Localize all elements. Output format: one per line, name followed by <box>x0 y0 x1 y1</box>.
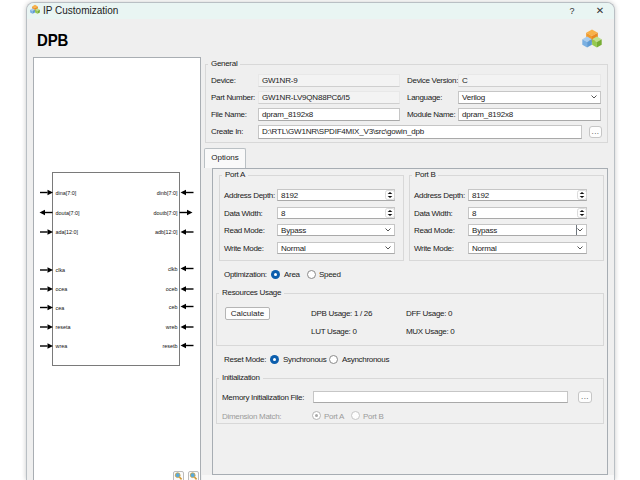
svg-text:clkb: clkb <box>168 266 178 272</box>
svg-text:dinb[7:0]: dinb[7:0] <box>157 190 178 196</box>
svg-text:ada[12:0]: ada[12:0] <box>56 229 79 235</box>
svg-text:douta[7:0]: douta[7:0] <box>56 210 80 216</box>
svg-text:clka: clka <box>56 267 66 273</box>
svg-text:resetb: resetb <box>163 343 178 349</box>
svg-text:adb[12:0]: adb[12:0] <box>155 229 178 235</box>
svg-text:oceb: oceb <box>166 286 178 292</box>
svg-text:wreb: wreb <box>165 324 178 330</box>
svg-text:cea: cea <box>56 305 65 311</box>
svg-text:reseta: reseta <box>56 324 71 330</box>
svg-text:wrea: wrea <box>55 343 68 349</box>
svg-text:ceb: ceb <box>169 304 178 310</box>
svg-text:doutb[7:0]: doutb[7:0] <box>154 210 178 216</box>
svg-text:ocea: ocea <box>56 286 68 292</box>
svg-text:dina[7:0]: dina[7:0] <box>56 190 77 196</box>
